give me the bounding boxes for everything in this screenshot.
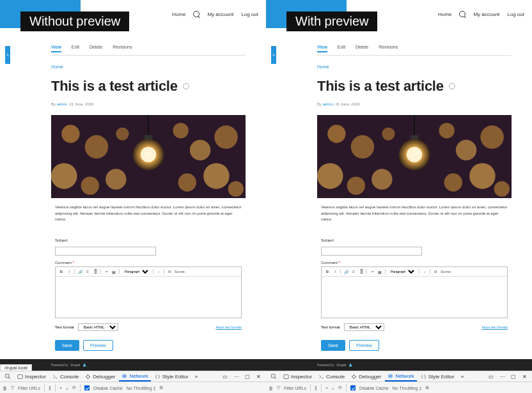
nav-home[interactable]: Home	[438, 12, 451, 17]
reload-icon[interactable]: ⟳	[338, 385, 342, 390]
filter-icon[interactable]: ▽	[277, 385, 280, 390]
devtab-more[interactable]: »	[458, 371, 466, 381]
devtab-more[interactable]: »	[192, 371, 200, 381]
author-link[interactable]: admin	[57, 102, 67, 106]
search-icon[interactable]: ⌕	[332, 386, 334, 390]
devtab-inspector[interactable]: Inspector	[281, 371, 315, 381]
disable-cache-checkbox[interactable]	[350, 385, 356, 390]
share-icon[interactable]	[449, 83, 455, 89]
rte-quote-icon[interactable]: ❝	[104, 269, 109, 274]
tab-view[interactable]: View	[317, 45, 327, 52]
preview-button[interactable]: Preview	[349, 340, 379, 351]
rte-quote-icon[interactable]: ❝	[370, 269, 375, 274]
tab-delete[interactable]: Delete	[356, 45, 368, 52]
rte-outdent-icon[interactable]: ‹	[156, 269, 161, 274]
rte-italic[interactable]: I	[66, 269, 72, 274]
comment-body[interactable]	[56, 277, 241, 318]
devtab-console[interactable]: Console	[316, 371, 347, 381]
nav-logout[interactable]: Log out	[507, 12, 524, 17]
rte-source-label[interactable]: Source	[175, 270, 185, 274]
pause-icon[interactable]: ‖	[49, 385, 51, 390]
pause-icon[interactable]: ‖	[315, 385, 317, 390]
format-select[interactable]: Basic HTML	[78, 323, 118, 331]
nav-my-account[interactable]: My account	[207, 12, 233, 17]
rte-ol-icon[interactable]: ≣	[359, 269, 364, 274]
devtab-inspector[interactable]: Inspector	[15, 371, 49, 381]
rte-bold[interactable]: B	[59, 269, 64, 274]
breadcrumb[interactable]: Home	[317, 65, 512, 69]
rte-source-label[interactable]: Source	[441, 270, 451, 274]
devtools-dock-icon[interactable]: ▢	[508, 371, 519, 381]
rte-source-icon[interactable]: ⧉	[433, 269, 438, 274]
rte-link-icon[interactable]: 🔗	[343, 269, 348, 274]
devtools-menu-icon[interactable]: ⋯	[231, 371, 241, 381]
save-button[interactable]: Save	[321, 340, 345, 351]
nav-my-account[interactable]: My account	[473, 12, 499, 17]
rte-source-icon[interactable]: ⧉	[167, 269, 172, 274]
breadcrumb[interactable]: Home	[51, 65, 246, 69]
rte-paragraph-select[interactable]: Paragraph	[388, 269, 416, 274]
throttling-select[interactable]: No Throttling ‡	[393, 386, 422, 390]
rte-ol-icon[interactable]: ≣	[93, 269, 98, 274]
disable-cache-checkbox[interactable]	[84, 385, 90, 390]
rte-list-icon[interactable]: ≡	[85, 269, 90, 274]
save-button[interactable]: Save	[55, 340, 79, 351]
tab-delete[interactable]: Delete	[90, 45, 102, 52]
gear-icon[interactable]: ⚙	[425, 385, 429, 390]
devtab-style[interactable]: Style Editor	[418, 371, 457, 381]
rte-paragraph-select[interactable]: Paragraph	[122, 269, 150, 274]
nav-logout[interactable]: Log out	[241, 12, 258, 17]
side-tab[interactable]: ✎	[5, 46, 10, 64]
rte-list-icon[interactable]: ≡	[351, 269, 356, 274]
search-icon[interactable]: ⌕	[66, 386, 68, 390]
filter-icon[interactable]: ▽	[11, 385, 14, 390]
preview-button[interactable]: Preview	[83, 340, 113, 351]
reload-icon[interactable]: ⟳	[72, 385, 76, 390]
search-icon[interactable]	[459, 11, 465, 17]
tab-revisions[interactable]: Revisions	[113, 45, 132, 52]
devtab-debugger[interactable]: Debugger	[82, 371, 118, 381]
tab-edit[interactable]: Edit	[338, 45, 345, 52]
devtab-style[interactable]: Style Editor	[152, 371, 191, 381]
devtab-debugger[interactable]: Debugger	[348, 371, 384, 381]
devtools-menu-icon[interactable]: ⋯	[497, 371, 507, 381]
devtools-close-icon[interactable]: ✕	[254, 371, 263, 381]
rte-link-icon[interactable]: 🔗	[77, 269, 82, 274]
plus-icon[interactable]: +	[325, 386, 328, 390]
tab-view[interactable]: View	[51, 45, 61, 52]
rte-outdent-icon[interactable]: ‹	[422, 269, 427, 274]
devtools-dock-icon[interactable]: ▢	[242, 371, 253, 381]
side-tab[interactable]: ✎	[271, 46, 276, 64]
article-body: Veamus sagittis lacus vel augue laoreet …	[51, 204, 246, 223]
comment-body[interactable]	[322, 277, 507, 318]
rte-bold[interactable]: B	[325, 269, 330, 274]
devtools-picker-icon[interactable]	[269, 371, 279, 381]
devtools-picker-icon[interactable]	[3, 371, 13, 381]
devtab-console[interactable]: Console	[50, 371, 81, 381]
throttling-select[interactable]: No Throttling ‡	[127, 386, 156, 390]
gear-icon[interactable]: ⚙	[159, 385, 163, 390]
format-help-link[interactable]: About text formats	[481, 325, 508, 329]
nav-home[interactable]: Home	[172, 12, 185, 17]
rte-image-icon[interactable]: ▦	[111, 269, 116, 274]
search-icon[interactable]	[193, 11, 199, 17]
subject-input[interactable]	[321, 247, 422, 256]
devtools-close-icon[interactable]: ✕	[520, 371, 529, 381]
plus-icon[interactable]: +	[59, 386, 62, 390]
trash-icon[interactable]: 🗑	[269, 386, 273, 390]
author-link[interactable]: admin	[323, 102, 333, 106]
tab-edit[interactable]: Edit	[72, 45, 79, 52]
devtools-iframe-icon[interactable]: ▭	[220, 371, 230, 381]
format-select[interactable]: Basic HTML	[344, 323, 384, 331]
trash-icon[interactable]: 🗑	[3, 386, 7, 390]
subject-input[interactable]	[55, 247, 156, 256]
rte-image-icon[interactable]: ▦	[377, 269, 382, 274]
devtab-network[interactable]: Network	[385, 371, 416, 381]
format-help-link[interactable]: About text formats	[215, 325, 242, 329]
devtools-url-tab[interactable]: drupal.local	[0, 364, 32, 371]
devtools-iframe-icon[interactable]: ▭	[486, 371, 496, 381]
share-icon[interactable]	[183, 83, 189, 89]
devtab-network[interactable]: Network	[119, 371, 150, 381]
rte-italic[interactable]: I	[332, 269, 338, 274]
tab-revisions[interactable]: Revisions	[379, 45, 398, 52]
